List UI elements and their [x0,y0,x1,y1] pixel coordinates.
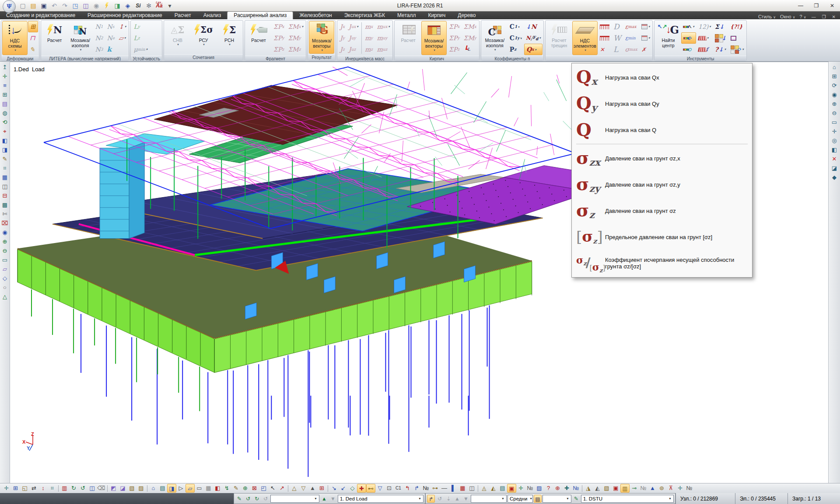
mode-combo[interactable]: ▼ [471,495,507,503]
mesh-icon[interactable]: ▤ [1,100,9,108]
bottom-toolbar-icon-74[interactable]: № [639,484,648,493]
camera-icon[interactable]: ◉ [91,1,101,10]
bottom-toolbar-icon-39[interactable]: ↘ [329,484,339,493]
ribbon-small-n2[interactable]: N2 [94,32,105,44]
bottom-toolbar-icon-2[interactable]: ◱ [20,484,29,493]
redo-all-icon[interactable]: ↺ [262,495,270,503]
ribbon-small-ns[interactable]: Ns [105,21,117,32]
bottom-toolbar-icon-69[interactable]: ◭ [593,484,602,493]
ribbon-small-c1[interactable]: C1▾ [508,21,524,32]
cycle-icon[interactable]: ↺ [436,495,444,503]
down-icon[interactable]: ▼ [462,495,470,503]
ribbon-small-juz[interactable]: Juz [347,44,360,55]
menu-item-q[interactable]: QНагрузка на сваи Q [572,117,752,143]
ribbon-small-μmin[interactable]: μmin▾ [132,44,149,55]
remove-icon[interactable]: ⊟ [1,191,9,200]
shade-icon[interactable]: ◪ [830,164,839,172]
menu-item-sz-ratio[interactable]: σz/[σz]Коэффициент исчерпания несущей сп… [572,250,752,276]
doc-close-button[interactable]: ✕ [830,14,838,19]
edit-undo-icon[interactable]: ✎ [235,495,243,503]
save-icon[interactable]: ▣ [39,1,49,10]
mesh-dense-icon[interactable]: ▦ [1,173,9,181]
box-3d-icon[interactable]: ▱▾ [117,32,128,44]
move-cross-icon[interactable]: ✛ [830,127,839,136]
bottom-toolbar-icon-36[interactable]: ▲ [308,484,317,493]
tab-расширенное-редактирование[interactable]: Расширенное редактирование [81,12,168,19]
bottom-toolbar-icon-47[interactable]: ↰ [403,484,412,493]
menu-item-sz[interactable]: σzДавление сваи на грунт σz [572,198,752,224]
bottom-toolbar-icon-57[interactable]: ◭ [489,484,498,493]
bottom-toolbar-icon-7[interactable]: ▥ [60,484,69,493]
ribbon-small-σpz[interactable]: ΣPz [447,44,461,55]
ribbon-small-n1[interactable]: N1 [94,21,105,32]
bottom-toolbar-icon-20[interactable]: ◨ [167,484,176,493]
ribbon-button-brick-расчет[interactable]: Расчет [396,21,421,55]
bottom-toolbar-icon-78[interactable]: ✛ [676,484,685,493]
bottom-toolbar-icon-1[interactable]: ⊞ [11,484,20,493]
ruler-red-icon[interactable] [598,21,611,32]
ribbon-small-qx[interactable]: Qx▾ [524,44,542,55]
bottom-toolbar-icon-30[interactable]: ◰ [259,484,268,493]
bottom-toolbar-icon-63[interactable]: ? [544,484,553,493]
menu-стиль[interactable]: Стиль ∨ [756,14,777,19]
bottom-toolbar-icon-24[interactable]: ▦ [204,484,213,493]
norm-combo[interactable]: 1. DSTU▼ [581,495,674,503]
ribbon-button-fragment-расчет[interactable]: Расчет [246,21,271,55]
pattern-icon[interactable]: ▩ [1,201,9,209]
k-sphere-icon[interactable]: k [105,44,117,55]
edit-pencil-icon[interactable]: ✎ [1,155,9,163]
chart-icon[interactable]: ◨ [112,1,122,10]
center-icon[interactable]: ◎ [830,136,839,145]
q-down-icon[interactable]: ?↓▾ [713,44,728,55]
bottom-toolbar-icon-76[interactable]: ⊚ [657,484,666,493]
frame-orange-icon[interactable]: ⊞ [28,21,38,32]
legend-list-icon[interactable]: ▤ [534,495,542,503]
redo-icon[interactable]: ↻ [253,495,261,503]
bottom-toolbar-icon-77[interactable]: ⊼ [666,484,676,493]
bottom-toolbar-icon-34[interactable]: △ [290,484,299,493]
ribbon-small-jux[interactable]: Jux▾ [347,21,360,32]
ribbon-small-jy[interactable]: Jy [338,32,346,44]
ribbon-small-c1y[interactable]: C1y▾ [508,32,524,44]
ribbon-small-juy[interactable]: Juy [347,32,360,44]
tab-создание-и-редактирование[interactable]: Создание и редактирование [0,12,81,19]
model-cube-icon[interactable]: ◳ [70,1,80,10]
close-button[interactable]: ✕ [824,0,840,11]
bottom-toolbar-icon-62[interactable]: ▨ [535,484,544,493]
red-x-icon[interactable]: ✕ [598,44,611,55]
bottom-toolbar-icon-35[interactable]: ▽ [299,484,308,493]
scale-combo[interactable]: ▼ [542,495,571,503]
ribbon-button-tools-найти[interactable]: ↖↗↓GНайти центр [655,21,681,55]
bottom-toolbar-icon-42[interactable]: ✚ [357,484,366,493]
bottom-toolbar-icon-15[interactable]: ▧ [127,484,136,493]
bottom-toolbar-icon-61[interactable]: № [525,484,535,493]
bottom-toolbar-icon-23[interactable]: ▭ [195,484,204,493]
bottom-toolbar-icon-19[interactable]: ▤ [158,484,167,493]
history-combo[interactable]: ▼ [270,495,319,503]
ribbon-small-σpx[interactable]: ΣPx [272,21,286,32]
doc-minimize-button[interactable]: — [809,14,819,19]
half-right-icon[interactable]: ◨ [1,146,9,154]
bottom-toolbar-icon-3[interactable]: ⇄ [29,484,38,493]
bottom-toolbar-icon-5[interactable]: ⌗ [48,484,57,493]
menu-help[interactable]: ? ∨ [798,14,808,19]
bottom-toolbar-icon-60[interactable]: ✛ [516,484,525,493]
circle-icon[interactable]: ○ [1,283,9,292]
drop-icon[interactable]: ⇣ [444,495,452,503]
bottom-toolbar-icon-59[interactable]: ▣ [507,484,516,493]
bottom-toolbar-icon-79[interactable]: № [685,484,694,493]
bottom-toolbar-icon-58[interactable]: ▤ [498,484,507,493]
new-file-icon[interactable]: ▢ [18,1,28,10]
text-format-icon[interactable]: Aai,xx.. [154,1,164,10]
close-red-icon[interactable]: ✕ [830,155,839,163]
app-logo-icon[interactable]: Ψ [3,0,16,13]
ribbon-small-ly[interactable]: Ly [132,21,149,32]
ribbon-small-σpy[interactable]: ΣPy [272,32,286,44]
ribbon-small-mx[interactable]: mx [363,21,374,32]
bottom-toolbar-icon-48[interactable]: ↱ [412,484,421,493]
tab-расширенный-анализ[interactable]: Расширенный анализ [227,11,293,19]
bottom-toolbar-icon-27[interactable]: ✎ [231,484,241,493]
select-arrow-icon[interactable]: ↥ [1,63,9,71]
bottom-toolbar-icon-40[interactable]: ↙ [339,484,348,493]
pencil-ruler-icon[interactable]: ✎ [28,44,38,55]
